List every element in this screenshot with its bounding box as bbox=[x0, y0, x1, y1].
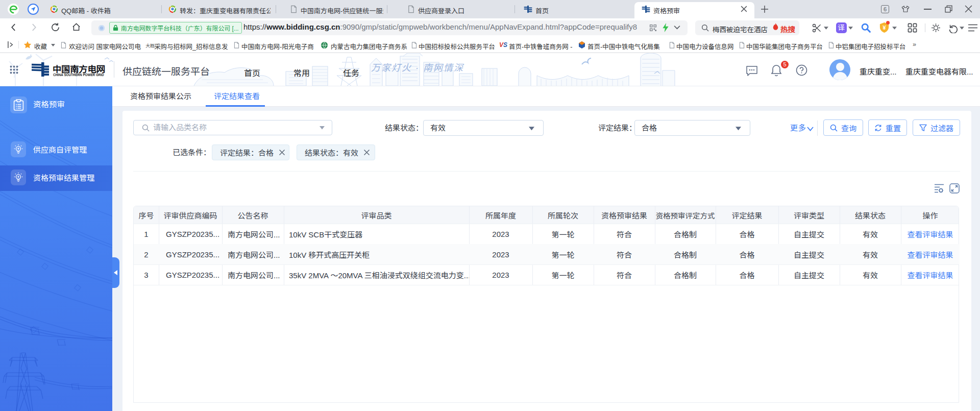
svg-text:¥: ¥ bbox=[883, 25, 886, 31]
